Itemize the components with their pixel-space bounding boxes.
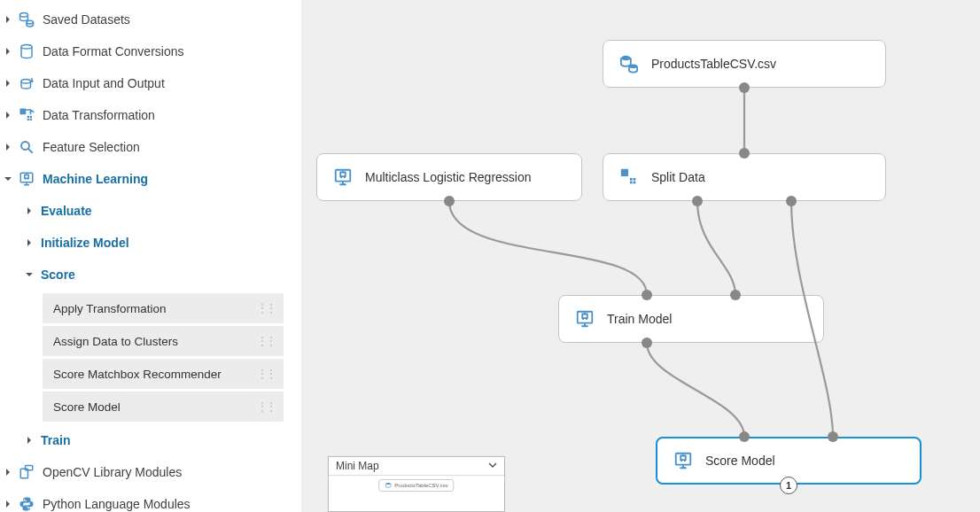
- module-palette[interactable]: Saved Datasets Data Format Conversions D…: [0, 0, 301, 512]
- leaf-label: Score Matchbox Recommender: [53, 368, 222, 381]
- output-port[interactable]: [739, 82, 750, 93]
- sidebar-item-label: Evaluate: [41, 204, 92, 218]
- caret-right-icon: [4, 16, 12, 23]
- minimap-title: Mini Map: [336, 460, 379, 472]
- canvas-module-split[interactable]: Split Data: [603, 153, 886, 201]
- caret-right-icon: [4, 80, 12, 87]
- sidebar-item-label: Data Transformation: [43, 108, 155, 122]
- caret-right-icon: [4, 112, 12, 119]
- caret-right-icon: [4, 469, 12, 476]
- svg-rect-19: [630, 178, 633, 181]
- sidebar-item-label: Machine Learning: [43, 172, 148, 186]
- database-icon: [619, 54, 639, 74]
- sidebar-item-label: Train: [41, 433, 70, 447]
- sidebar-item-label: Saved Datasets: [43, 12, 130, 27]
- magnifier-icon: [18, 138, 35, 156]
- sidebar-item-data-transform[interactable]: Data Transformation: [0, 99, 301, 131]
- input-port[interactable]: [828, 431, 838, 442]
- svg-point-1: [27, 20, 34, 24]
- svg-point-15: [621, 56, 631, 61]
- sidebar-item-label: Python Language Modules: [43, 497, 191, 511]
- minimap-body[interactable]: ProductsTableCSV.csv: [329, 476, 504, 511]
- sidebar-item-python[interactable]: Python Language Modules: [0, 488, 301, 512]
- sidebar-item-initialize-model[interactable]: Initialize Model: [21, 227, 301, 259]
- module-label: Multiclass Logistic Regression: [365, 170, 532, 184]
- canvas-module-mlr[interactable]: Multiclass Logistic Regression: [316, 153, 582, 201]
- output-port[interactable]: [786, 196, 797, 206]
- svg-rect-4: [20, 109, 27, 115]
- svg-rect-21: [630, 182, 633, 184]
- sidebar-item-data-io[interactable]: Data Input and Output: [0, 67, 301, 99]
- output-port[interactable]: [444, 196, 455, 206]
- sidebar-item-label: Initialize Model: [41, 236, 129, 250]
- leaf-label: Apply Transformation: [53, 302, 167, 315]
- canvas-module-train[interactable]: Train Model: [558, 295, 824, 343]
- caret-down-icon: [25, 271, 34, 278]
- svg-rect-8: [30, 119, 32, 120]
- ml-icon: [673, 451, 693, 470]
- sidebar-item-label: Score: [41, 268, 75, 282]
- sidebar-item-opencv[interactable]: OpenCV Library Modules: [0, 456, 301, 488]
- module-label: Score Model: [705, 454, 775, 468]
- minimap-header[interactable]: Mini Map: [329, 457, 504, 476]
- database-icon: [18, 11, 35, 28]
- sidebar-item-evaluate[interactable]: Evaluate: [21, 195, 301, 227]
- output-port[interactable]: [642, 337, 652, 348]
- caret-right-icon: [4, 500, 12, 508]
- cylinder-icon: [18, 43, 35, 60]
- experiment-canvas[interactable]: ProductsTableCSV.csv Multiclass Logistic…: [301, 0, 980, 512]
- svg-rect-18: [621, 169, 628, 176]
- leaf-label: Assign Data to Clusters: [53, 335, 178, 348]
- module-label: Split Data: [651, 170, 705, 184]
- sidebar-item-score[interactable]: Score: [21, 259, 301, 291]
- svg-rect-20: [634, 178, 636, 181]
- input-port[interactable]: [739, 148, 750, 159]
- input-port[interactable]: [730, 290, 741, 300]
- palette-module-assign-data-to-clusters[interactable]: Assign Data to Clusters ⋮⋮: [43, 326, 284, 356]
- grip-icon: ⋮⋮: [257, 400, 275, 413]
- sidebar-item-feature-selection[interactable]: Feature Selection: [0, 131, 301, 163]
- input-port[interactable]: [642, 290, 652, 300]
- ml-icon: [18, 170, 35, 188]
- sidebar-item-saved-datasets[interactable]: Saved Datasets: [0, 4, 301, 35]
- svg-point-16: [629, 64, 637, 68]
- caret-right-icon: [25, 239, 34, 246]
- svg-rect-7: [27, 119, 29, 120]
- svg-rect-22: [634, 182, 636, 184]
- module-label: ProductsTableCSV.csv: [651, 57, 776, 71]
- sidebar-item-label: Data Input and Output: [43, 76, 165, 90]
- caret-down-icon: [4, 175, 12, 182]
- opencv-icon: [18, 463, 35, 481]
- sidebar-item-data-format[interactable]: Data Format Conversions: [0, 35, 301, 67]
- sidebar-item-label: OpenCV Library Modules: [43, 465, 182, 479]
- palette-module-score-model[interactable]: Score Model ⋮⋮: [43, 392, 284, 422]
- sidebar-item-train[interactable]: Train: [21, 424, 301, 456]
- svg-point-2: [21, 45, 32, 50]
- grip-icon: ⋮⋮: [257, 335, 275, 347]
- svg-point-3: [21, 80, 31, 84]
- output-port[interactable]: [692, 196, 703, 206]
- caret-right-icon: [4, 48, 12, 55]
- palette-module-apply-transformation[interactable]: Apply Transformation ⋮⋮: [43, 293, 284, 323]
- output-port-badge[interactable]: 1: [780, 477, 797, 494]
- leaf-label: Score Model: [53, 400, 121, 414]
- transform-icon: [18, 106, 35, 124]
- input-port[interactable]: [739, 431, 750, 442]
- grip-icon: ⋮⋮: [257, 302, 275, 314]
- grip-icon: ⋮⋮: [257, 368, 275, 380]
- ml-icon: [575, 309, 595, 329]
- sidebar-item-machine-learning[interactable]: Machine Learning: [0, 163, 301, 195]
- python-icon: [18, 495, 35, 512]
- palette-module-score-matchbox-recommender[interactable]: Score Matchbox Recommender ⋮⋮: [43, 359, 284, 389]
- caret-right-icon: [25, 207, 34, 214]
- canvas-module-dataset[interactable]: ProductsTableCSV.csv: [603, 40, 886, 88]
- sidebar-item-label: Data Format Conversions: [43, 44, 184, 58]
- minimap[interactable]: Mini Map ProductsTableCSV.csv: [328, 456, 505, 512]
- svg-point-9: [21, 142, 29, 150]
- caret-right-icon: [4, 144, 12, 151]
- svg-rect-5: [27, 116, 29, 118]
- module-label: Train Model: [607, 312, 672, 326]
- sidebar-item-label: Feature Selection: [43, 140, 140, 154]
- svg-point-0: [20, 13, 28, 18]
- ml-icon: [333, 167, 353, 187]
